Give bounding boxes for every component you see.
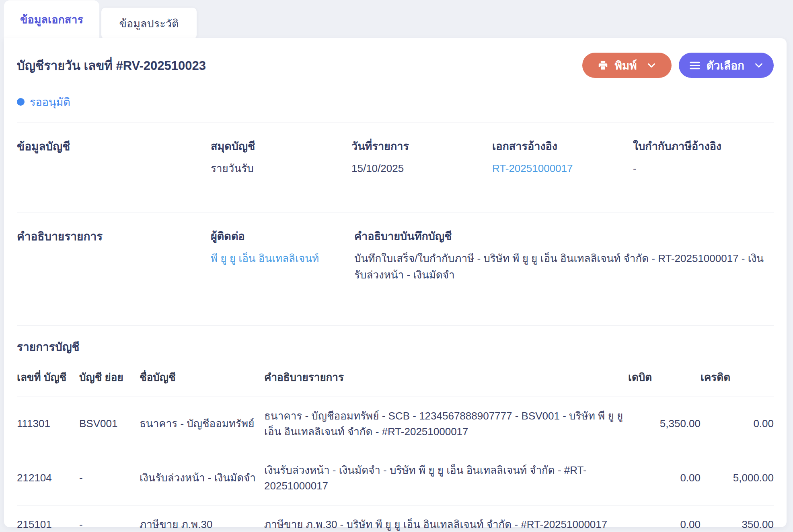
tab-bar: ข้อมูลเอกสาร ข้อมูลประวัติ [0, 0, 793, 38]
field-note-label: คำอธิบายบันทึกบัญชี [354, 227, 774, 245]
column-header-account-no: เลขที่ บัญชี [17, 364, 79, 397]
field-date: วันที่รายการ 15/10/2025 [351, 137, 492, 176]
table-row: 111301 BSV001 ธนาคาร - บัญชีออมทรัพย์ ธน… [17, 397, 774, 451]
field-tax-invoice: ใบกำกับภาษีอ้างอิง - [633, 137, 774, 176]
description-section: คำอธิบายรายการ ผู้ติดต่อ พี ยู ยู เอ็น อ… [17, 213, 774, 313]
cell-debit: 0.00 [628, 505, 701, 532]
document-card: บัญชีรายวัน เลขที่ #RV-202510023 พิมพ์ [4, 38, 787, 527]
cell-account-no: 111301 [17, 397, 79, 451]
field-tax-invoice-value: - [633, 160, 774, 176]
cell-description: เงินรับล่วงหน้า - เงินมัดจำ - บริษัท พี … [264, 451, 628, 505]
cell-credit: 350.00 [701, 505, 774, 532]
account-info-title: ข้อมูลบัญชี [17, 137, 211, 176]
status-label: รออนุมัติ [30, 93, 70, 110]
table-header-row: เลขที่ บัญชี บัญชี ย่อย ชื่อบัญชี คำอธิบ… [17, 364, 774, 397]
print-button[interactable]: พิมพ์ [582, 53, 672, 78]
cell-debit: 0.00 [628, 451, 701, 505]
field-date-value: 15/10/2025 [351, 160, 492, 176]
menu-icon [689, 61, 701, 70]
cell-sub-account: - [79, 451, 140, 505]
contact-link[interactable]: พี ยู ยู เอ็น อินเทลลิเจนท์ [211, 252, 319, 264]
column-header-debit: เดบิต [628, 364, 701, 397]
cell-sub-account: BSV001 [79, 397, 140, 451]
field-reference: เอกสารอ้างอิง RT-20251000017 [492, 137, 633, 176]
tab-document-info[interactable]: ข้อมูลเอกสาร [4, 0, 99, 38]
field-book-label: สมุดบัญชี [211, 137, 351, 155]
column-header-credit: เครดิต [701, 364, 774, 397]
cell-credit: 5,000.00 [701, 451, 774, 505]
field-note-value: บันทึกใบเสร็จ/ใบกำกับภาษี - บริษัท พี ยู… [354, 250, 772, 283]
cell-account-no: 212104 [17, 451, 79, 505]
cell-description: ธนาคาร - บัญชีออมทรัพย์ - SCB - 12345678… [264, 397, 628, 451]
field-note: คำอธิบายบันทึกบัญชี บันทึกใบเสร็จ/ใบกำกั… [354, 227, 774, 283]
table-row: 215101 - ภาษีขาย ภ.พ.30 ภาษีขาย ภ.พ.30 -… [17, 505, 774, 532]
cell-sub-account: - [79, 505, 140, 532]
tab-history-info[interactable]: ข้อมูลประวัติ [101, 8, 197, 39]
column-header-sub-account: บัญชี ย่อย [79, 364, 140, 397]
field-tax-invoice-label: ใบกำกับภาษีอ้างอิง [633, 137, 774, 155]
chevron-down-icon [647, 63, 656, 68]
options-button-label: ตัวเลือก [707, 57, 744, 74]
cell-account-name: ธนาคาร - บัญชีออมทรัพย์ [140, 397, 264, 451]
column-header-account-name: ชื่อบัญชี [140, 364, 264, 397]
field-contact: ผู้ติดต่อ พี ยู ยู เอ็น อินเทลลิเจนท์ [211, 227, 354, 283]
field-book: สมุดบัญชี รายวันรับ [211, 137, 351, 176]
journal-entries-section: รายการบัญชี เลขที่ บัญชี บัญชี ย่อย ชื่อ… [17, 326, 774, 532]
field-reference-label: เอกสารอ้างอิง [492, 137, 633, 155]
reference-document-link[interactable]: RT-20251000017 [492, 162, 573, 174]
journal-table: เลขที่ บัญชี บัญชี ย่อย ชื่อบัญชี คำอธิบ… [17, 364, 774, 532]
column-header-description: คำอธิบายรายการ [264, 364, 628, 397]
cell-debit: 5,350.00 [628, 397, 701, 451]
cell-account-no: 215101 [17, 505, 79, 532]
journal-entries-title: รายการบัญชี [17, 338, 774, 356]
field-contact-label: ผู้ติดต่อ [211, 227, 354, 245]
cell-account-name: ภาษีขาย ภ.พ.30 [140, 505, 264, 532]
chevron-down-icon [754, 63, 763, 68]
status-badge: รออนุมัติ [17, 93, 774, 110]
table-row: 212104 - เงินรับล่วงหน้า - เงินมัดจำ เงิ… [17, 451, 774, 505]
page-title: บัญชีรายวัน เลขที่ #RV-202510023 [17, 55, 206, 76]
description-title: คำอธิบายรายการ [17, 227, 211, 283]
field-book-value: รายวันรับ [211, 160, 351, 176]
cell-credit: 0.00 [701, 397, 774, 451]
cell-description: ภาษีขาย ภ.พ.30 - บริษัท พี ยู ยู เอ็น อิ… [264, 505, 628, 532]
cell-account-name: เงินรับล่วงหน้า - เงินมัดจำ [140, 451, 264, 505]
printer-icon [598, 60, 608, 71]
print-button-label: พิมพ์ [614, 57, 637, 74]
options-button[interactable]: ตัวเลือก [679, 53, 774, 78]
header-actions: พิมพ์ ตัวเลือก [582, 53, 774, 78]
card-header: บัญชีรายวัน เลขที่ #RV-202510023 พิมพ์ [17, 38, 774, 78]
status-dot-icon [17, 98, 25, 106]
account-info-section: ข้อมูลบัญชี สมุดบัญชี รายวันรับ วันที่รา… [17, 123, 774, 201]
field-date-label: วันที่รายการ [351, 137, 492, 155]
